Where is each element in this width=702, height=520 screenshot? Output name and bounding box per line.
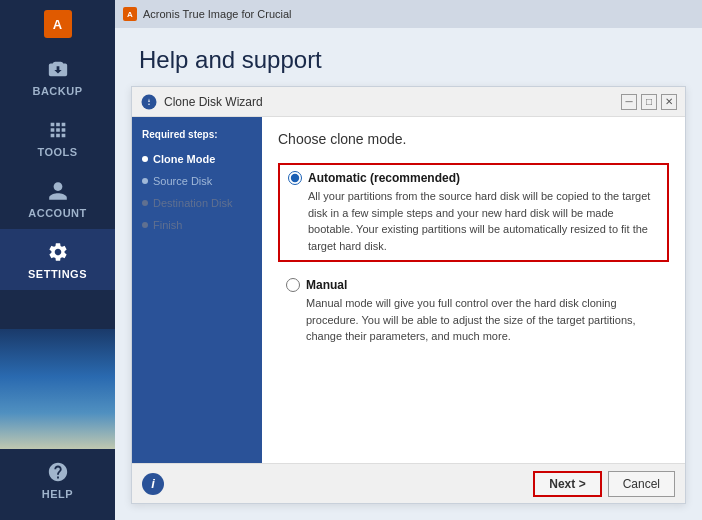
- option-manual-label: Manual: [306, 278, 347, 292]
- dialog-title: Clone Disk Wizard: [164, 95, 263, 109]
- step-clone-mode[interactable]: Clone Mode: [132, 148, 262, 170]
- step-dot-finish: [142, 222, 148, 228]
- titlebar-app-icon: A: [123, 7, 137, 21]
- option-manual-radio[interactable]: [286, 278, 300, 292]
- main-content: A Acronis True Image for Crucial Help an…: [115, 0, 702, 520]
- info-button[interactable]: i: [142, 473, 164, 495]
- sidebar-item-tools-label: TOOLS: [37, 146, 77, 158]
- dialog-window-controls: ─ □ ✕: [621, 94, 677, 110]
- option-automatic-label: Automatic (recommended): [308, 171, 460, 185]
- step-destination-disk: Destination Disk: [132, 192, 262, 214]
- option-automatic[interactable]: Automatic (recommended) All your partiti…: [278, 163, 669, 262]
- content-panel: Choose clone mode. Automatic (recommende…: [262, 117, 685, 463]
- sidebar-item-backup[interactable]: BACKUP: [0, 46, 115, 107]
- help-icon: [47, 461, 69, 483]
- option-automatic-label-row: Automatic (recommended): [288, 171, 659, 185]
- dialog-maximize-button[interactable]: □: [641, 94, 657, 110]
- dialog-footer: i Next > Cancel: [132, 463, 685, 503]
- footer-left: i: [142, 473, 164, 495]
- steps-header: Required steps:: [132, 129, 262, 148]
- step-source-disk[interactable]: Source Disk: [132, 170, 262, 192]
- step-source-disk-label: Source Disk: [153, 175, 212, 187]
- sidebar-item-backup-label: BACKUP: [32, 85, 82, 97]
- clone-disk-dialog: Clone Disk Wizard ─ □ ✕ Required steps: …: [131, 86, 686, 504]
- content-title: Choose clone mode.: [278, 131, 669, 147]
- logo-icon: A: [44, 10, 72, 38]
- account-icon: [47, 180, 69, 202]
- dialog-close-button[interactable]: ✕: [661, 94, 677, 110]
- step-dot-clone-mode: [142, 156, 148, 162]
- dialog-body: Required steps: Clone Mode Source Disk D…: [132, 117, 685, 463]
- tools-icon: [47, 119, 69, 141]
- option-manual-label-row: Manual: [286, 278, 661, 292]
- cancel-button[interactable]: Cancel: [608, 471, 675, 497]
- sidebar-item-settings-label: SETTINGS: [28, 268, 87, 280]
- settings-icon: [47, 241, 69, 263]
- dialog-minimize-button[interactable]: ─: [621, 94, 637, 110]
- sidebar-item-help[interactable]: HELP: [0, 449, 115, 510]
- option-automatic-desc: All your partitions from the source hard…: [308, 188, 659, 254]
- dialog-titlebar: Clone Disk Wizard ─ □ ✕: [132, 87, 685, 117]
- step-finish-label: Finish: [153, 219, 182, 231]
- sidebar-item-account-label: ACCOUNT: [28, 207, 87, 219]
- dialog-wizard-icon: [140, 93, 158, 111]
- sidebar-item-tools[interactable]: TOOLS: [0, 107, 115, 168]
- content-header: Help and support: [115, 28, 702, 86]
- step-dot-source-disk: [142, 178, 148, 184]
- option-manual[interactable]: Manual Manual mode will give you full co…: [278, 272, 669, 351]
- step-finish: Finish: [132, 214, 262, 236]
- next-button[interactable]: Next >: [533, 471, 601, 497]
- footer-right: Next > Cancel: [533, 471, 675, 497]
- step-clone-mode-label: Clone Mode: [153, 153, 215, 165]
- titlebar: A Acronis True Image for Crucial: [115, 0, 702, 28]
- sidebar-item-help-label: HELP: [42, 488, 73, 500]
- dialog-container: Clone Disk Wizard ─ □ ✕ Required steps: …: [115, 86, 702, 520]
- step-destination-disk-label: Destination Disk: [153, 197, 232, 209]
- option-manual-desc: Manual mode will give you full control o…: [306, 295, 661, 345]
- step-dot-destination-disk: [142, 200, 148, 206]
- sidebar-item-account[interactable]: ACCOUNT: [0, 168, 115, 229]
- backup-icon: [47, 58, 69, 80]
- steps-panel: Required steps: Clone Mode Source Disk D…: [132, 117, 262, 463]
- sidebar-item-settings[interactable]: SETTINGS: [0, 229, 115, 290]
- app-logo: A: [0, 0, 115, 46]
- sidebar: A BACKUP TOOLS ACCOUNT SETTINGS HELP: [0, 0, 115, 520]
- titlebar-title: Acronis True Image for Crucial: [143, 8, 694, 20]
- page-title: Help and support: [139, 46, 678, 74]
- dialog-titlebar-left: Clone Disk Wizard: [140, 93, 263, 111]
- option-automatic-radio[interactable]: [288, 171, 302, 185]
- sidebar-scenic-bg: [0, 329, 115, 449]
